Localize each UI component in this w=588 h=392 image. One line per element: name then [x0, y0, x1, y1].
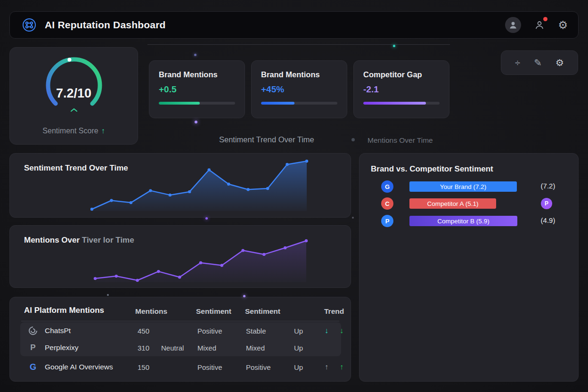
column-header-sentiment-2: Sentiment	[245, 307, 280, 316]
pen-icon[interactable]: ✎	[534, 58, 542, 67]
brain-logo-icon	[20, 16, 38, 34]
up-arrow-icon: ↑	[101, 127, 105, 135]
particle	[195, 121, 197, 123]
kpi-progress-bar	[363, 102, 440, 105]
your-brand-badge-icon: G	[381, 180, 393, 193]
kpi-value: +0.5	[159, 84, 235, 95]
cell-trend: Up	[294, 344, 303, 352]
cell-sentiment-1: Positive	[197, 363, 222, 371]
cell-extra: Neutral	[161, 344, 184, 352]
chevron-up-icon	[10, 108, 138, 112]
comparison-row-competitor-b[interactable]: P Competitor B (5.9) (4.9)	[359, 216, 578, 227]
kpi-card-competitor-gap: Competitor Gap -2.1	[353, 60, 449, 118]
notification-badge	[543, 17, 547, 21]
trend-up-icon: ↑	[325, 363, 328, 371]
perplexity-badge-icon: P	[541, 198, 552, 209]
header: AI Reputation Dashboard ⚙	[9, 11, 579, 39]
sentiment-trend-chart[interactable]	[89, 158, 310, 212]
nav-tab-sentiment-trend[interactable]: Sentiment Trend Over Time	[219, 135, 314, 144]
header-actions: ⚙	[505, 17, 568, 33]
particle	[243, 295, 245, 297]
nav-separator-dot	[351, 138, 355, 141]
table-row-chatspt[interactable]: ChatsPt 450 Positive Stable Up ↓ ↓	[20, 322, 341, 339]
trend-down-icon: ↓	[340, 327, 343, 335]
cell-sentiment-1: Positive	[197, 327, 222, 335]
ai-platform-mentions-card: AI Platform Mentions Mentions Sentiment …	[9, 297, 351, 382]
your-brand-bar: Your Brand (7.2)	[409, 181, 517, 192]
comparison-title: Brand vs. Competitor Sentiment	[371, 164, 493, 174]
trend-up-icon: ↑	[340, 363, 343, 371]
table-row-google-ai-overviews[interactable]: G Google AI Overviews 150 Positive Posit…	[20, 358, 341, 376]
kpi-progress-fill	[363, 102, 426, 105]
kpi-progress-bar	[159, 102, 235, 105]
sentiment-trend-card: Sentiment Trend Over Time	[9, 153, 351, 218]
chart-toolbar: ÷ ✎ ⚙	[501, 50, 578, 75]
particle	[107, 294, 109, 296]
cell-sentiment-1: Mixed	[197, 344, 216, 352]
cell-mentions: 150	[138, 363, 149, 371]
cell-sentiment-2: Mixed	[246, 344, 265, 352]
particle	[194, 54, 196, 56]
trend-down-icon: ↓	[325, 327, 328, 335]
kpi-progress-bar	[261, 102, 337, 105]
kpi-label: Brand Mentions	[261, 70, 337, 79]
cell-mentions: 450	[138, 327, 149, 335]
cell-sentiment-2: Positive	[246, 363, 271, 371]
mentions-trend-card: Mentions Over Tiver lor Time	[9, 225, 351, 288]
table-row-perplexixy[interactable]: P Perplexixy 310 Neutral Mixed Mixed Up	[20, 339, 341, 356]
sentiment-score-label: Sentiment Score↑	[10, 127, 138, 135]
google-icon: G	[28, 362, 38, 372]
bar-label: Competitor A (5.1)	[427, 200, 479, 207]
competitor-a-badge-icon: C	[381, 197, 393, 210]
particle	[393, 45, 395, 47]
kpi-progress-fill	[261, 102, 294, 105]
platform-name: ChatsPt	[45, 327, 71, 335]
table-divider	[21, 321, 339, 321]
kpi-value: +45%	[261, 84, 337, 95]
kpi-card-brand-mentions-2: Brand Mentions +45%	[251, 60, 347, 118]
gauge-marker-dot	[67, 58, 71, 62]
cell-sentiment-2: Stable	[246, 327, 266, 335]
kpi-progress-fill	[159, 102, 200, 105]
kpi-value: -2.1	[363, 84, 440, 95]
person-outline-icon	[534, 20, 545, 30]
particle	[352, 217, 354, 219]
chatspt-icon	[28, 326, 38, 336]
person-icon	[508, 20, 518, 30]
bar-label: Your Brand (7.2)	[440, 183, 487, 190]
nav-tab-mentions-over-time[interactable]: Mentions Over Time	[368, 136, 433, 145]
top-divider	[147, 44, 450, 45]
comparison-row-competitor-a[interactable]: C Competitor A (5.1) P	[359, 198, 578, 210]
kpi-label: Brand Mentions	[159, 70, 235, 79]
cell-mentions: 310	[138, 344, 149, 352]
bar-value: (7.2)	[533, 182, 563, 190]
divide-icon[interactable]: ÷	[515, 58, 520, 67]
gauge-label-text: Sentiment Score	[42, 127, 98, 135]
table-title: AI Platform Mentions	[24, 306, 104, 315]
kpi-card-brand-mentions-1: Brand Mentions +0.5	[149, 60, 245, 118]
settings-icon[interactable]: ⚙	[555, 58, 564, 67]
profile-avatar[interactable]	[505, 17, 521, 33]
particle	[205, 217, 208, 220]
settings-gear-icon[interactable]: ⚙	[558, 20, 568, 31]
comparison-row-your-brand[interactable]: G Your Brand (7.2) (7.2)	[359, 181, 578, 193]
competitor-b-badge-icon: P	[381, 215, 393, 227]
sentiment-score-card: 7.2/10 Sentiment Score↑	[9, 47, 138, 145]
user-notifications-icon[interactable]	[532, 18, 547, 32]
column-header-trend: Trend	[324, 307, 344, 316]
bar-value: (4.9)	[533, 216, 563, 224]
sentiment-gauge	[41, 54, 107, 112]
cell-trend: Up	[294, 327, 303, 335]
app-title: AI Reputation Dashboard	[45, 19, 166, 31]
platform-name: Google AI Overviews	[45, 363, 113, 371]
mentions-trend-chart[interactable]	[92, 238, 309, 283]
bar-label: Competitor B (5.9)	[437, 218, 489, 225]
perplexixy-icon: P	[28, 343, 38, 353]
kpi-label: Competitor Gap	[363, 70, 440, 79]
competitor-b-bar: Competitor B (5.9)	[409, 216, 517, 226]
brand-vs-competitor-card: Brand vs. Competitor Sentiment G Your Br…	[359, 153, 579, 382]
sentiment-score-value: 7.2/10	[10, 86, 138, 101]
column-header-sentiment-1: Sentiment	[196, 307, 231, 316]
column-header-mentions: Mentions	[135, 307, 167, 316]
cell-trend: Up	[294, 363, 303, 371]
